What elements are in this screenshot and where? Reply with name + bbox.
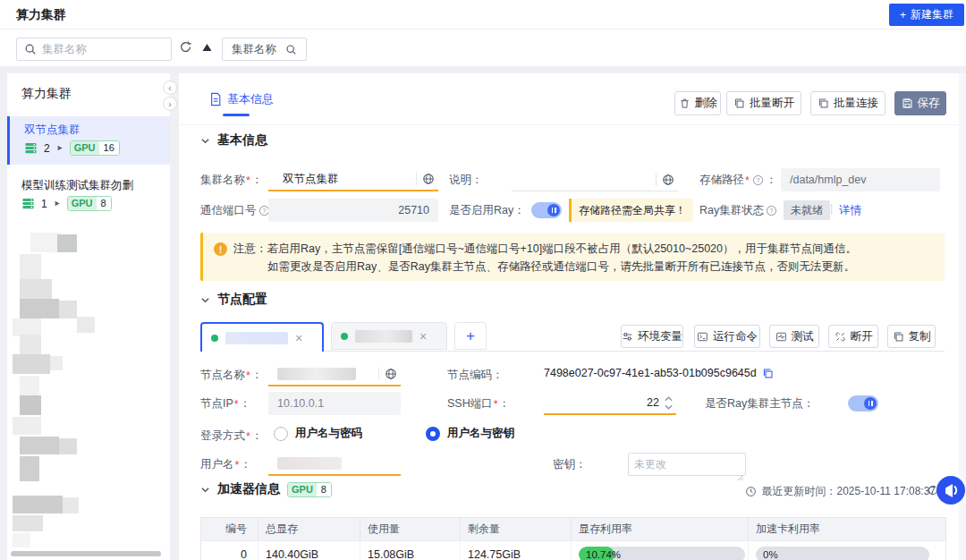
document-icon [209,92,222,110]
login-option-password[interactable]: 用户名与密码 [274,426,362,441]
batch-icon [818,98,829,109]
th-used: 使用量 [360,518,461,540]
tab-basic-info[interactable]: 基本信息 [227,91,274,107]
card-util-label: 0% [763,547,778,560]
svg-text:?: ? [770,208,774,214]
divider [378,368,379,380]
cell-free: 124.75GiB [461,541,572,560]
ray-status-label: Ray集群状态 ? ： [699,203,791,218]
cluster-name-value: 双节点集群 [268,172,416,187]
new-cluster-label: 新建集群 [911,7,953,22]
sidebar-item-cluster-2[interactable]: 模型训练测试集群勿删 1 GPU 8 [7,172,170,220]
filter-chip-label: 集群名称 [232,42,276,57]
node-name-input[interactable] [268,363,401,386]
divider [656,174,657,186]
collapse-filter-icon[interactable] [202,44,212,51]
trash-icon [679,98,691,109]
comm-port-value: 25710 [398,204,429,216]
cluster-name: 双节点集群 [24,123,80,138]
help-icon[interactable]: ? [766,205,777,216]
ray-status-detail-link[interactable]: 详情 [839,203,861,218]
ssh-port-input[interactable]: 22 [544,392,676,415]
storage-shared-warning: 存储路径需全局共享！ [569,199,693,222]
storage-path-label: 存储路径* ? ： [699,173,776,188]
cluster-name-input[interactable]: 双节点集群 [268,168,438,191]
th-free: 剩余量 [461,518,572,540]
expand-arrow-icon[interactable] [54,199,61,208]
expand-arrow-icon[interactable] [56,144,64,152]
radio-unselected[interactable] [274,427,288,441]
copy-button[interactable]: 复制 [887,325,936,348]
globe-icon[interactable] [422,173,435,185]
globe-icon[interactable] [662,174,674,186]
close-icon[interactable]: × [419,330,427,343]
divider [179,124,966,125]
secret-key-textarea[interactable] [628,453,746,476]
node-ip-label: 节点IP*： [200,396,250,412]
test-button[interactable]: 测试 [769,325,819,348]
section-title: 节点配置 [217,292,267,308]
section-basic-info[interactable]: 基本信息 [200,132,267,148]
save-icon [902,98,913,109]
node-count: 1 [41,198,47,210]
description-input[interactable] [512,168,678,191]
chevron-down-icon [200,295,210,305]
ray-status-badge: 未就绪 [784,200,830,220]
ray-enable-toggle[interactable] [531,202,562,218]
sidebar-collapse-left-button[interactable]: ‹ [163,81,177,95]
resize-handle-icon[interactable] [737,469,744,485]
disconnect-button[interactable]: 断开 [828,325,878,348]
redacted-username-value [277,457,342,470]
batch-connect-button[interactable]: 批量连接 [810,91,886,115]
copy-label: 复制 [909,329,931,344]
copy-code-icon[interactable] [762,368,774,379]
save-button[interactable]: 保存 [894,91,946,115]
sidebar-expand-right-button[interactable]: › [163,97,177,111]
node-count: 2 [44,142,50,155]
table-row: 0 140.40GiB 15.08GiB 124.75GiB 10.74% 0% [201,540,945,560]
page-title: 算力集群 [16,7,66,23]
number-stepper[interactable] [665,396,676,410]
accelerator-table: 编号 总显存 使用量 剩余量 显存利用率 加速卡利用率 0 140.40GiB … [200,517,946,560]
cell-mem-util: 10.74% [572,541,749,560]
radio-selected[interactable] [426,427,440,441]
help-icon[interactable]: ? [752,174,764,186]
toggle-knob [864,397,877,410]
cluster-search-box[interactable] [16,38,172,61]
sidebar-item-cluster-1[interactable]: 双节点集群 2 GPU 16 [7,116,170,165]
assistant-floating-button[interactable] [936,476,965,505]
gpu-badge-label: GPU [68,197,97,210]
ray-master-toggle[interactable] [848,395,878,412]
search-input[interactable] [42,43,164,55]
run-command-button[interactable]: 运行命令 [694,325,760,348]
node-tab-2[interactable]: × [331,322,447,350]
section-node-config[interactable]: 节点配置 [200,292,267,308]
login-method-label: 登录方式*： [200,428,262,444]
close-icon[interactable]: × [295,332,302,344]
search-icon [24,43,37,55]
login-option-key[interactable]: 用户名与密钥 [426,426,514,441]
cell-card-util: 0% [749,541,945,560]
new-cluster-button[interactable]: + 新建集群 [889,4,964,26]
save-label: 保存 [918,96,940,111]
refresh-icon[interactable] [179,40,192,54]
node-ip-input: 10.10.0.1 [268,392,401,415]
server-icon [24,141,38,155]
globe-icon[interactable] [385,368,397,380]
batch-disconnect-button[interactable]: 批量断开 [726,91,801,115]
mem-util-bar: 10.74% [579,547,745,560]
node-code-label: 节点编码： [447,368,504,383]
ray-enable-label: 是否启用Ray： [449,203,525,218]
add-node-tab-button[interactable]: + [454,322,487,350]
sidebar-horizontal-scrollbar[interactable] [11,551,161,556]
filter-chip-cluster-name[interactable]: 集群名称 [222,38,307,61]
delete-button[interactable]: 删除 [674,91,721,115]
cluster-sidebar: 算力集群 双节点集群 2 GPU 16 模型训练测试集群勿删 [7,73,170,560]
env-vars-button[interactable]: 环境变量 [621,325,683,348]
ssh-port-value: 22 [544,396,665,409]
node-tab-1[interactable]: × [200,322,324,352]
gpu-badge: GPU 8 [67,196,112,211]
cell-used: 15.08GiB [360,541,461,560]
divider: | [830,202,833,215]
username-input[interactable] [268,453,401,476]
